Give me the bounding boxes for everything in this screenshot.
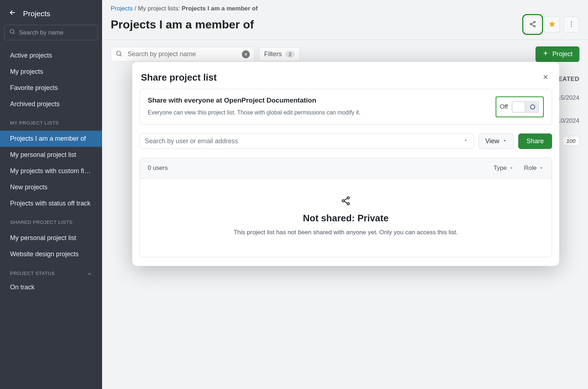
- svg-point-2: [530, 23, 532, 24]
- filters-button[interactable]: Filters 2: [259, 47, 300, 61]
- search-icon: [9, 28, 15, 37]
- sidebar: Projects Search by name Active projects …: [0, 0, 102, 389]
- svg-point-3: [534, 25, 535, 27]
- share-everyone-title: Share with everyone at OpenProject Docum…: [148, 96, 488, 104]
- svg-point-6: [571, 23, 572, 24]
- share-modal: Share project list Share with everyone a…: [132, 62, 559, 266]
- sidebar-section-project-status[interactable]: PROJECT STATUS: [0, 264, 102, 279]
- sidebar-item-website-design[interactable]: Website design projects: [0, 246, 102, 262]
- chevron-down-icon: [509, 166, 514, 171]
- toggle-knob: [512, 101, 525, 112]
- share-icon: [341, 207, 351, 213]
- sidebar-item-active-projects[interactable]: Active projects: [0, 48, 102, 64]
- titlebar-actions: [525, 17, 579, 32]
- svg-point-5: [571, 21, 572, 22]
- share-submit-button[interactable]: Share: [518, 134, 552, 149]
- breadcrumb-section: My project lists:: [138, 5, 180, 12]
- new-project-label: Project: [552, 50, 573, 58]
- share-filter-type[interactable]: Type: [493, 164, 514, 172]
- sidebar-item-my-projects[interactable]: My projects: [0, 64, 102, 80]
- user-search-input[interactable]: Search by user or email address: [139, 134, 474, 149]
- share-everyone-toggle-group: Off: [496, 96, 544, 117]
- breadcrumb-root[interactable]: Projects: [111, 5, 133, 12]
- breadcrumb: Projects / My project lists: Projects I …: [102, 0, 588, 13]
- sidebar-header: Projects: [0, 4, 102, 25]
- clear-search-icon[interactable]: [242, 50, 250, 58]
- chevron-down-icon: [463, 137, 469, 145]
- share-submit-label: Share: [527, 137, 544, 145]
- chevron-up-icon: [87, 270, 92, 276]
- sidebar-item-favorite-projects[interactable]: Favorite projects: [0, 80, 102, 96]
- titlebar: Projects I am a member of: [102, 13, 588, 40]
- modal-close-button[interactable]: [541, 72, 551, 83]
- toggle-off-indicator-icon: [530, 104, 535, 109]
- share-list-header: 0 users Type Role: [140, 158, 552, 178]
- sidebar-item-archived-projects[interactable]: Archived projects: [0, 96, 102, 112]
- svg-marker-4: [549, 21, 555, 27]
- permission-label: View: [485, 137, 499, 145]
- svg-point-1: [534, 21, 535, 23]
- new-project-button[interactable]: Project: [536, 46, 579, 62]
- sidebar-item-on-track[interactable]: On track: [0, 279, 102, 295]
- sidebar-item-custom-fields[interactable]: My projects with custom fields: [0, 163, 102, 179]
- svg-point-0: [10, 30, 14, 33]
- more-button[interactable]: [564, 17, 579, 32]
- user-search-placeholder: Search by user or email address: [145, 137, 238, 145]
- pager-option[interactable]: 100: [562, 136, 579, 146]
- svg-point-8: [116, 51, 121, 55]
- sidebar-item-shared-personal[interactable]: My personal project list: [0, 230, 102, 246]
- filters-label: Filters: [264, 50, 282, 58]
- permission-select[interactable]: View: [478, 134, 514, 149]
- sidebar-item-personal-list[interactable]: My personal project list: [0, 147, 102, 163]
- project-search[interactable]: [111, 47, 254, 62]
- svg-point-9: [347, 197, 349, 199]
- sidebar-item-off-track[interactable]: Projects with status off track: [0, 195, 102, 212]
- svg-point-11: [347, 203, 349, 205]
- share-icon: [529, 21, 536, 29]
- share-everyone-desc: Everyone can view this project list. Tho…: [148, 109, 488, 116]
- sidebar-search-placeholder: Search by name: [19, 29, 64, 36]
- empty-title: Not shared: Private: [147, 213, 545, 224]
- modal-title: Share project list: [141, 72, 217, 83]
- share-everyone-box: Share with everyone at OpenProject Docum…: [139, 89, 552, 125]
- share-filter-role[interactable]: Role: [524, 164, 544, 172]
- kebab-icon: [568, 21, 575, 29]
- project-search-input[interactable]: [127, 50, 238, 58]
- chevron-down-icon: [502, 137, 507, 145]
- sidebar-section-my-lists[interactable]: MY PROJECT LISTS: [0, 114, 102, 128]
- svg-point-7: [571, 26, 572, 27]
- filters-count-badge: 2: [285, 51, 295, 58]
- search-icon: [115, 50, 123, 58]
- sidebar-my-lists: Projects I am a member of My personal pr…: [0, 128, 102, 214]
- sidebar-section-shared-lists[interactable]: SHARED PROJECT LISTS: [0, 214, 102, 228]
- sidebar-shared-lists: My personal project list Website design …: [0, 228, 102, 264]
- sidebar-title: Projects: [23, 9, 50, 18]
- close-icon: [542, 76, 549, 82]
- share-everyone-toggle[interactable]: [511, 101, 539, 113]
- empty-description: This project list has not been shared wi…: [147, 229, 545, 236]
- share-list: 0 users Type Role Not shared: Private: [139, 158, 552, 257]
- share-user-count: 0 users: [148, 164, 168, 172]
- sidebar-item-new-projects[interactable]: New projects: [0, 179, 102, 195]
- svg-point-10: [342, 200, 344, 202]
- share-button[interactable]: [525, 17, 541, 32]
- sidebar-static-list: Active projects My projects Favorite pro…: [0, 45, 102, 114]
- sidebar-search[interactable]: Search by name: [4, 25, 98, 40]
- chevron-down-icon: [539, 166, 544, 171]
- star-icon: [548, 21, 556, 29]
- breadcrumb-current: Projects I am a member of: [182, 5, 258, 12]
- plus-icon: [542, 50, 549, 58]
- sidebar-status-list: On track: [0, 279, 102, 295]
- toggle-state-label: Off: [500, 103, 508, 110]
- share-user-row: Search by user or email address View Sha…: [139, 134, 552, 149]
- share-empty-state: Not shared: Private This project list ha…: [140, 178, 552, 257]
- back-icon[interactable]: [9, 9, 17, 18]
- sidebar-item-projects-member-of[interactable]: Projects I am a member of: [0, 131, 102, 147]
- favorite-button[interactable]: [544, 17, 560, 32]
- page-title: Projects I am a member of: [111, 18, 254, 31]
